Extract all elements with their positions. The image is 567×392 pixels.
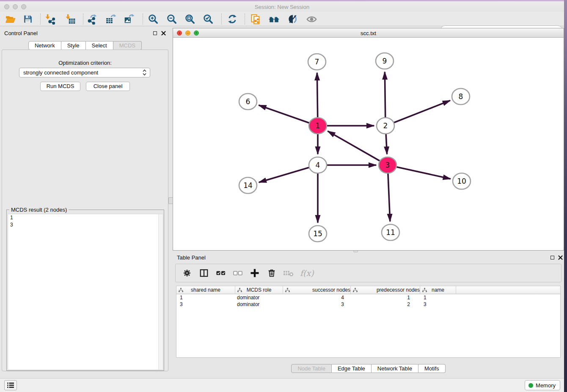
list-icon [7,382,14,389]
memory-button[interactable]: Memory [525,380,560,390]
deselect-all-icon[interactable] [232,268,243,279]
column-header-label: shared name [191,287,220,293]
table-cell: 3 [283,301,351,308]
table-cell: 1 [420,294,456,301]
status-bar: Memory [0,378,564,392]
refresh-view-icon[interactable] [226,13,238,25]
graph-edge-2-8[interactable] [394,100,450,122]
table-cell: 4 [283,294,351,301]
node-table[interactable]: shared nameMCDS rolesuccessor nodesprede… [176,286,561,358]
mcds-result-list[interactable]: 13 [8,214,163,370]
tab-select[interactable]: Select [86,41,113,50]
close-panel-icon[interactable] [558,255,563,260]
result-scrollbar[interactable] [158,214,163,370]
graph-edge-3-1[interactable] [328,131,380,161]
export-image-icon[interactable] [123,13,135,25]
import-table-icon[interactable] [64,13,76,25]
graph-edge-2-9[interactable] [385,72,385,117]
control-panel: Control Panel NetworkStyleSelectMCDS Opt… [0,28,170,373]
graph-node-label: 14 [243,181,253,190]
graph-edge-4-14[interactable] [259,168,309,182]
graph-node-label: 3 [385,161,390,169]
network-window: x – + scc.txt 1234678910111415 [173,28,564,251]
export-network-icon[interactable] [86,13,98,25]
tab-node-table[interactable]: Node Table [291,364,332,373]
delete-column-icon[interactable] [266,268,277,279]
graph-node-label: 4 [316,161,320,169]
table-cell: 1 [351,294,420,301]
network-window-title: scc.txt [173,30,564,36]
run-mcds-button[interactable]: Run MCDS [40,82,80,91]
close-panel-button[interactable]: Close panel [86,82,130,91]
tab-network[interactable]: Network [28,41,61,50]
table-panel-tabs: Node TableEdge TableNetwork TableMotifs [173,364,564,373]
tab-motifs[interactable]: Motifs [418,364,446,373]
zoom-out-icon[interactable] [166,13,178,25]
clone-network-icon[interactable] [250,13,261,25]
float-panel-icon[interactable] [550,256,554,259]
control-panel-tabs: NetworkStyleSelectMCDS [0,41,170,50]
delete-table-icon[interactable] [283,268,294,279]
optimization-criterion-value: strongly connected component [23,69,98,76]
open-session-icon[interactable] [4,13,16,25]
tab-mcds[interactable]: MCDS [113,41,142,50]
table-cell: 2 [351,301,420,308]
toolbar-separator [221,14,222,25]
graph-edge-1-6[interactable] [259,105,310,123]
control-panel-titlebar: Control Panel [0,28,170,38]
graph-node-label: 9 [383,57,387,65]
tab-edge-table[interactable]: Edge Table [332,364,372,373]
float-panel-icon[interactable] [153,31,157,35]
window-title: Session: New Session [0,4,564,10]
column-header-label: name [432,287,444,293]
graph-node-label: 1 [316,121,320,130]
table-row[interactable]: 1dominator411 [176,294,560,301]
toolbar-separator [143,14,143,25]
zoom-selected-icon[interactable] [202,13,214,25]
graph-edge-2-3[interactable] [386,134,387,154]
zoom-fit-icon[interactable] [184,13,196,25]
control-panel-title: Control Panel [4,30,38,36]
table-panel: Table Panel f(x) shared nameMCDS rolesu [173,252,564,377]
show-hide-panel-icon[interactable] [306,13,317,25]
table-row[interactable]: 3dominator323 [176,301,560,308]
column-header-label: successor nodes [312,287,350,293]
table-cell: dominator [235,294,283,301]
toolbar-separator [245,14,245,25]
table-settings-icon[interactable] [182,268,193,279]
column-header-predecessor-nodes[interactable]: predecessor nodes [351,286,420,294]
close-panel-icon[interactable] [161,31,166,36]
save-session-icon[interactable] [22,13,34,25]
graph-node-label: 8 [459,92,463,101]
graph-node-label: 7 [315,58,319,66]
optimization-criterion-select[interactable]: strongly connected component [19,68,150,77]
column-visibility-icon[interactable] [198,268,209,279]
graph-edge-3-11[interactable] [388,174,390,221]
table-cell: 3 [420,301,456,308]
column-header-name[interactable]: name [420,286,456,294]
network-window-titlebar: x – + scc.txt [173,28,564,38]
column-header-shared-name[interactable]: shared name [176,286,235,294]
task-history-button[interactable] [4,380,17,390]
column-header-successor-nodes[interactable]: successor nodes [283,286,351,294]
graph-edge-1-7[interactable] [317,73,317,117]
network-graph[interactable]: 1234678910111415 [173,38,564,250]
zoom-in-icon[interactable] [147,13,159,25]
network-canvas[interactable]: 1234678910111415 [173,38,564,250]
export-table-icon[interactable] [105,13,117,25]
tab-network-table[interactable]: Network Table [372,364,418,373]
tab-style[interactable]: Style [61,41,86,50]
mcds-result-node: 3 [8,221,163,229]
import-network-icon[interactable] [44,13,56,25]
table-toolbar: f(x) [175,264,561,282]
graph-node-label: 15 [313,229,322,238]
graph-node-label: 10 [457,177,466,185]
add-column-icon[interactable] [249,268,260,279]
graph-edge-3-10[interactable] [396,167,451,179]
mcds-result-node: 1 [8,214,163,221]
column-header-MCDS-role[interactable]: MCDS role [235,286,283,294]
desktop-edge-right [564,0,567,392]
select-all-icon[interactable] [215,268,226,279]
apply-layout-icon[interactable] [268,13,280,25]
toggle-details-icon[interactable] [287,13,299,25]
